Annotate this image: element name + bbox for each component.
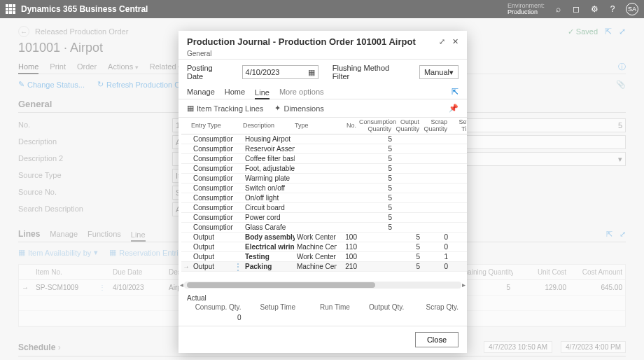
col-cons-qty[interactable]: Consumption Quantity <box>359 119 394 133</box>
actual-scrap-label: Scrap Qty. <box>404 303 458 311</box>
back-icon[interactable]: ← <box>18 26 29 37</box>
pin-icon[interactable]: 📌 <box>449 104 458 113</box>
top-bar: Dynamics 365 Business Central Environmen… <box>0 0 644 18</box>
actual-setup-label: Setup Time <box>241 303 296 311</box>
chevron-down-icon: ▾ <box>449 68 454 77</box>
close-icon[interactable]: ✕ <box>452 37 458 46</box>
col-no[interactable]: No. <box>337 123 359 130</box>
actual-label: Actual <box>187 294 458 302</box>
search-icon[interactable]: ⌕ <box>553 4 563 14</box>
col-description[interactable]: Description <box>243 123 295 130</box>
expand-icon[interactable]: ⤢ <box>619 27 626 36</box>
tab-related[interactable]: Related <box>150 62 181 71</box>
col-setup-time[interactable]: Setup Time <box>450 119 467 133</box>
item-tracking-action[interactable]: ▦ Item Tracking Lines <box>187 104 263 113</box>
schedule-from: 4/7/2023 10:50 AM <box>484 341 552 353</box>
modal-tab-manage[interactable]: Manage <box>187 88 215 96</box>
table-row[interactable]: OutputElectrical wiringMachine Center110… <box>181 242 467 252</box>
table-row[interactable]: →Output⋮PackingMachine Center210505 <box>181 262 467 272</box>
col-type[interactable]: Type <box>295 123 337 130</box>
table-row[interactable]: OutputBody assemblyWork Center1005020 <box>181 233 467 242</box>
attachments-icon[interactable]: 📎 <box>616 80 626 89</box>
flushing-filter-select[interactable]: Manual ▾ <box>419 65 458 79</box>
info-icon[interactable]: ⓘ <box>618 62 626 72</box>
close-button[interactable]: Close <box>415 332 458 347</box>
share-icon[interactable]: ⇱ <box>605 27 612 36</box>
actual-out-label: Output Qty. <box>350 303 405 311</box>
col-due[interactable]: Due Date <box>110 268 166 276</box>
breadcrumb: Released Production Order <box>35 27 128 36</box>
reservation-action[interactable]: ▦ Reservation Entries <box>109 248 186 257</box>
expand-lines-icon[interactable]: ⤢ <box>620 230 626 239</box>
posting-date-input[interactable]: 4/10/2023 ▦ <box>242 65 318 79</box>
help-icon[interactable]: ? <box>608 4 617 14</box>
col-item-no[interactable]: Item No. <box>33 268 96 276</box>
notifications-icon[interactable]: ◻ <box>571 4 581 14</box>
col-cost[interactable]: Cost Amount <box>569 268 625 276</box>
desc-label: Description <box>18 135 130 149</box>
item-availability-action[interactable]: ▦ Item Availability by ▾ <box>18 248 98 257</box>
table-row[interactable]: ConsumptionCircuit board5 <box>181 203 467 213</box>
change-status-action[interactable]: ✎ Change Status... <box>18 80 85 89</box>
tab-home[interactable]: Home <box>18 62 38 74</box>
app-launcher-icon[interactable] <box>6 4 15 14</box>
modal-title: Production Journal - Production Order 10… <box>187 36 416 47</box>
share-lines-icon[interactable]: ⇱ <box>606 230 612 239</box>
page-title: 101001 · Airpot <box>18 41 103 55</box>
lines-functions[interactable]: Functions <box>88 230 121 238</box>
table-row[interactable]: ConsumptionPower cord5 <box>181 213 467 223</box>
popout-icon[interactable]: ⤢ <box>439 37 445 46</box>
production-journal-modal: Production Journal - Production Order 10… <box>178 31 467 353</box>
environment-badge[interactable]: Environment: Production <box>507 3 545 15</box>
schedule-to: 4/7/2023 4:00 PM <box>561 341 626 353</box>
table-row[interactable]: ConsumptionCoffee filter basket5 <box>181 154 467 164</box>
col-out-qty[interactable]: Output Quantity <box>394 119 422 133</box>
actual-cons-value: 0 <box>187 314 241 321</box>
lines-line[interactable]: Line <box>131 230 146 242</box>
actual-run-label: Run Time <box>295 303 350 311</box>
table-row[interactable]: ConsumptionFoot, adjustable, rubber5 <box>181 164 467 174</box>
flushing-filter-label: Flushing Method Filter <box>332 64 408 81</box>
schedule-title[interactable]: Schedule <box>18 342 61 352</box>
row-menu-icon[interactable]: ⋮ <box>233 263 243 271</box>
srctype-label: Source Type <box>18 169 130 183</box>
settings-icon[interactable]: ⚙ <box>589 4 599 14</box>
modal-more-options[interactable]: More options <box>279 88 324 96</box>
col-scrap-qty[interactable]: Scrap Quantity <box>422 119 450 133</box>
col-entry-type[interactable]: Entry Type <box>191 123 233 130</box>
table-row[interactable]: ConsumptionSwitch on/off5 <box>181 184 467 193</box>
lines-manage[interactable]: Manage <box>50 230 78 238</box>
table-row[interactable]: ConsumptionGlass Carafe5 <box>181 223 467 233</box>
table-row[interactable]: OutputTestingWork Center1005115 <box>181 252 467 262</box>
modal-tab-line[interactable]: Line <box>255 88 270 99</box>
col-unit[interactable]: Unit Cost <box>513 268 569 276</box>
dimensions-modal-action[interactable]: ✦ Dimensions <box>274 104 323 113</box>
posting-date-label: Posting Date <box>187 64 231 81</box>
horizontal-scrollbar[interactable]: ◂▸ <box>184 282 461 289</box>
lines-title: Lines <box>18 229 40 239</box>
table-row[interactable]: ConsumptionOn/off light5 <box>181 193 467 203</box>
table-row[interactable]: ConsumptionWarming plate5 <box>181 174 467 184</box>
calendar-icon[interactable]: ▦ <box>308 68 315 77</box>
share-modal-icon[interactable]: ⇱ <box>451 87 458 97</box>
tab-order[interactable]: Order <box>77 62 97 71</box>
desc2-label: Description 2 <box>18 152 130 166</box>
table-row[interactable]: ConsumptionReservoir Assembly5 <box>181 144 467 154</box>
search-label: Search Description <box>18 202 130 216</box>
saved-indicator: ✓ Saved <box>568 27 598 36</box>
avatar[interactable]: SA <box>626 3 638 15</box>
app-title: Dynamics 365 Business Central <box>21 4 148 14</box>
no-label: No. <box>18 118 130 132</box>
actual-cons-label: Consump. Qty. <box>187 303 241 311</box>
srcno-label: Source No. <box>18 186 130 200</box>
modal-tab-home[interactable]: Home <box>225 88 245 96</box>
tab-print[interactable]: Print <box>50 62 66 71</box>
table-row[interactable]: ConsumptionHousing Airpot5 <box>181 134 467 144</box>
modal-general-label: General <box>178 50 467 60</box>
tab-actions[interactable]: Actions <box>108 62 139 71</box>
